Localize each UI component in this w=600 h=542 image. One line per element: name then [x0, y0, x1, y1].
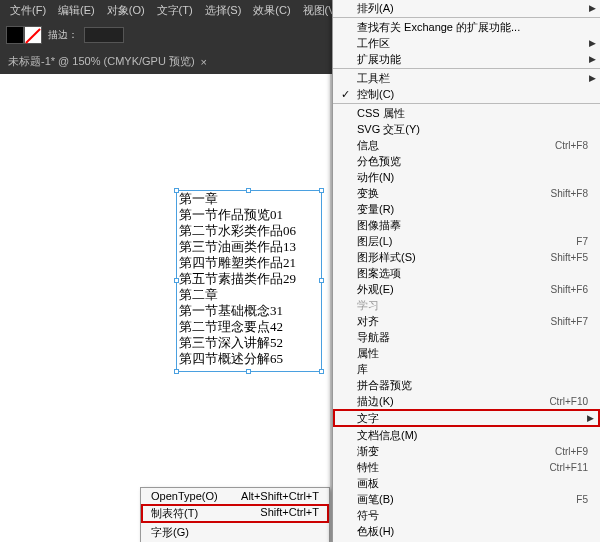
menu-item[interactable]: 变换Shift+F8 [333, 185, 600, 201]
menu-item[interactable]: 动作(N) [333, 169, 600, 185]
text-frame[interactable]: 第一章第一节作品预览01第二节水彩类作品06第三节油画类作品13第四节雕塑类作品… [176, 190, 322, 372]
stroke-label: 描边： [48, 28, 78, 42]
text-line: 第三节油画类作品13 [177, 239, 321, 255]
menu-item[interactable]: 控制(C) [333, 86, 600, 102]
menu-编辑[interactable]: 编辑(E) [52, 1, 101, 20]
text-line: 第一节作品预览01 [177, 207, 321, 223]
close-icon[interactable]: × [201, 56, 207, 68]
resize-handle[interactable] [319, 278, 324, 283]
stroke-swatch[interactable] [24, 26, 42, 44]
document-tab[interactable]: 未标题-1* @ 150% (CMYK/GPU 预览) × [0, 50, 215, 73]
submenu-item[interactable]: 字形(G) [141, 523, 329, 542]
stroke-weight-field[interactable] [84, 27, 124, 43]
menu-效果[interactable]: 效果(C) [247, 1, 296, 20]
menu-item[interactable]: 库 [333, 361, 600, 377]
menu-item[interactable]: 画笔(B)F5 [333, 491, 600, 507]
text-line: 第二章 [177, 287, 321, 303]
menu-item[interactable]: 图形样式(S)Shift+F5 [333, 249, 600, 265]
menu-item[interactable]: 画板 [333, 475, 600, 491]
menu-item[interactable]: 特性Ctrl+F11 [333, 459, 600, 475]
text-line: 第三节深入讲解52 [177, 335, 321, 351]
window-menu: 排列(A)▶查找有关 Exchange 的扩展功能...工作区▶扩展功能▶工具栏… [332, 0, 600, 542]
text-line: 第五节素描类作品29 [177, 271, 321, 287]
menu-item[interactable]: 图案选项 [333, 265, 600, 281]
menu-item[interactable]: 变量(R) [333, 201, 600, 217]
menu-item[interactable]: 导航器 [333, 329, 600, 345]
menu-item[interactable]: 分色预览 [333, 153, 600, 169]
menu-item[interactable]: 查找有关 Exchange 的扩展功能... [333, 19, 600, 35]
fill-stroke-swatches[interactable] [6, 26, 42, 44]
menu-文字[interactable]: 文字(T) [151, 1, 199, 20]
submenu-item[interactable]: 制表符(T)Shift+Ctrl+T [141, 504, 329, 523]
submenu-item[interactable]: OpenType(O)Alt+Shift+Ctrl+T [141, 488, 329, 504]
artboard: 第一章第一节作品预览01第二节水彩类作品06第三节油画类作品13第四节雕塑类作品… [0, 74, 330, 542]
text-line: 第一章 [177, 191, 321, 207]
menu-item[interactable]: 图层(L)F7 [333, 233, 600, 249]
text-content[interactable]: 第一章第一节作品预览01第二节水彩类作品06第三节油画类作品13第四节雕塑类作品… [177, 191, 321, 367]
menu-item[interactable]: 扩展功能▶ [333, 51, 600, 67]
menu-文件[interactable]: 文件(F) [4, 1, 52, 20]
menu-item[interactable]: 图像描摹 [333, 217, 600, 233]
menu-item[interactable]: 信息Ctrl+F8 [333, 137, 600, 153]
menu-item[interactable]: 外观(E)Shift+F6 [333, 281, 600, 297]
resize-handle[interactable] [174, 278, 179, 283]
text-line: 第一节基础概念31 [177, 303, 321, 319]
menu-item[interactable]: 符号 [333, 507, 600, 523]
text-line: 第二节理念要点42 [177, 319, 321, 335]
resize-handle[interactable] [174, 188, 179, 193]
resize-handle[interactable] [246, 369, 251, 374]
menu-对象[interactable]: 对象(O) [101, 1, 151, 20]
menu-item: 学习 [333, 297, 600, 313]
type-submenu: OpenType(O)Alt+Shift+Ctrl+T制表符(T)Shift+C… [140, 487, 330, 542]
resize-handle[interactable] [246, 188, 251, 193]
menu-item[interactable]: CSS 属性 [333, 105, 600, 121]
menu-item[interactable]: 文档信息(M) [333, 427, 600, 443]
resize-handle[interactable] [319, 188, 324, 193]
menu-item[interactable]: 拼合器预览 [333, 377, 600, 393]
menu-item[interactable]: 色板(H) [333, 523, 600, 539]
menu-item[interactable]: 排列(A)▶ [333, 0, 600, 16]
resize-handle[interactable] [174, 369, 179, 374]
resize-handle[interactable] [319, 369, 324, 374]
text-line: 第二节水彩类作品06 [177, 223, 321, 239]
text-line: 第四节概述分解65 [177, 351, 321, 367]
menu-item[interactable]: 工具栏▶ [333, 70, 600, 86]
menu-item[interactable]: 对齐Shift+F7 [333, 313, 600, 329]
menu-item[interactable]: 渐变Ctrl+F9 [333, 443, 600, 459]
text-line: 第四节雕塑类作品21 [177, 255, 321, 271]
menu-item[interactable]: 属性 [333, 345, 600, 361]
document-tab-label: 未标题-1* @ 150% (CMYK/GPU 预览) [8, 54, 195, 69]
menu-item[interactable]: 描边(K)Ctrl+F10 [333, 393, 600, 409]
fill-swatch[interactable] [6, 26, 24, 44]
menu-item[interactable]: SVG 交互(Y) [333, 121, 600, 137]
menu-选择[interactable]: 选择(S) [199, 1, 248, 20]
menu-item[interactable]: 文字▶ [333, 409, 600, 427]
menu-item[interactable]: 工作区▶ [333, 35, 600, 51]
